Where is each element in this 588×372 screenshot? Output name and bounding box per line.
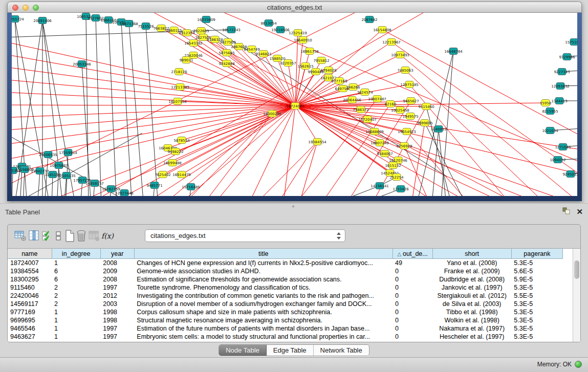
graph-node[interactable]: 18572243 bbox=[222, 27, 241, 33]
graph-node[interactable]: 8215955 bbox=[542, 108, 558, 115]
graph-node[interactable]: 19654923 bbox=[398, 128, 416, 135]
graph-node[interactable]: 9242848 bbox=[219, 60, 234, 67]
tab-network-table[interactable]: Network Table bbox=[314, 345, 369, 356]
column-header-pagerank[interactable]: pagerank bbox=[511, 249, 562, 259]
graph-node[interactable]: 10807487 bbox=[368, 96, 386, 102]
graph-node[interactable]: 18640910 bbox=[294, 37, 312, 43]
graph-node[interactable]: 1271045 bbox=[555, 144, 571, 150]
column-header-short[interactable]: short bbox=[432, 249, 511, 259]
graph-node[interactable]: 14055724 bbox=[12, 16, 24, 23]
graph-node[interactable]: 9465627 bbox=[403, 98, 419, 104]
svg-text:16033809: 16033809 bbox=[197, 18, 215, 22]
svg-text:12093832: 12093832 bbox=[551, 84, 570, 89]
close-panel-icon[interactable]: ✕ bbox=[576, 208, 583, 215]
table-scrollbar-thumb[interactable] bbox=[574, 260, 579, 279]
graph-node[interactable]: 12975185 bbox=[400, 81, 419, 88]
graph-node[interactable]: 7625402 bbox=[155, 171, 170, 178]
graph-node[interactable]: 3624574 bbox=[357, 89, 373, 96]
table-row[interactable]: 1830029562008Estimation of significance … bbox=[8, 275, 563, 283]
graph-node[interactable]: 1344413 bbox=[551, 98, 567, 104]
graph-node[interactable]: 5878534 bbox=[173, 137, 190, 144]
graph-node[interactable]: 2718176 bbox=[171, 69, 187, 75]
graph-node[interactable]: 20364456 bbox=[343, 97, 361, 103]
graph-node[interactable]: 8813054 bbox=[260, 20, 277, 27]
svg-text:15751074: 15751074 bbox=[565, 40, 577, 45]
node-attribute-table[interactable]: namein_degreeyeartitle△out_de...shortpag… bbox=[8, 249, 563, 341]
graph-node[interactable]: 9485771 bbox=[146, 182, 162, 189]
graph-node[interactable]: 9329966 bbox=[559, 54, 575, 60]
table-row[interactable]: 946362711997Embryonic stem cells: a mode… bbox=[8, 333, 563, 341]
graph-node[interactable]: 9699695 bbox=[417, 120, 432, 126]
graph-node[interactable]: 62160 bbox=[385, 101, 396, 107]
graph-node[interactable]: 20691406 bbox=[33, 17, 52, 24]
svg-text:20364456: 20364456 bbox=[343, 98, 361, 102]
graph-node[interactable]: 7515526 bbox=[138, 23, 154, 30]
graph-node[interactable]: 16914479 bbox=[172, 171, 191, 178]
graph-node[interactable]: 7955812 bbox=[313, 57, 329, 64]
graph-node[interactable]: 20053346 bbox=[73, 61, 91, 68]
table-header-row[interactable]: namein_degreeyeartitle△out_de...shortpag… bbox=[8, 249, 563, 259]
graph-node[interactable]: 9227343 bbox=[554, 69, 570, 75]
table-selector-dropdown[interactable]: citations_edges.txt bbox=[145, 229, 345, 242]
graph-node[interactable]: 12325419 bbox=[289, 30, 307, 36]
graph-node[interactable]: 7386372 bbox=[353, 106, 368, 113]
svg-text:1949575: 1949575 bbox=[402, 115, 418, 119]
column-header-name[interactable]: name bbox=[8, 249, 52, 259]
table-scrollbar[interactable] bbox=[573, 249, 580, 342]
float-panel-icon[interactable] bbox=[562, 207, 570, 216]
graph-node[interactable]: 7485063 bbox=[397, 67, 413, 74]
graph-node[interactable]: 19218506 bbox=[271, 27, 290, 33]
column-header-title[interactable]: title bbox=[134, 249, 393, 259]
graph-node[interactable]: 10688609 bbox=[365, 128, 384, 135]
graph-node[interactable]: 1640953 bbox=[430, 126, 446, 133]
svg-text:20691406: 20691406 bbox=[33, 19, 52, 23]
graph-node[interactable]: 2322605 bbox=[193, 28, 209, 34]
panel-resize-handle[interactable]: ▲ bbox=[290, 204, 296, 208]
delete-columns-icon[interactable] bbox=[75, 229, 88, 243]
graph-node[interactable]: 9245012 bbox=[562, 171, 577, 178]
svg-text:19384554: 19384554 bbox=[308, 140, 326, 144]
graph-node[interactable]: 1949575 bbox=[402, 113, 418, 120]
graph-node[interactable]: 17359914 bbox=[59, 149, 77, 156]
show-columns-icon[interactable] bbox=[28, 229, 41, 243]
graph-node[interactable]: 16033809 bbox=[197, 16, 215, 23]
tab-node-table[interactable]: Node Table bbox=[219, 345, 267, 356]
graph-node[interactable]: 16099488 bbox=[163, 160, 182, 166]
graph-node[interactable]: 16154808 bbox=[373, 27, 391, 33]
table-row[interactable]: 1872400712008Changes of HCN gene express… bbox=[8, 259, 563, 268]
graph-node[interactable]: 12093832 bbox=[551, 83, 570, 90]
window-titlebar[interactable]: citations_edges.txt bbox=[7, 2, 582, 13]
graph-node[interactable]: 20206535 bbox=[39, 151, 57, 158]
table-row[interactable]: 977716911998Corpus callosum shape and si… bbox=[8, 308, 563, 316]
graph-node[interactable]: 19384554 bbox=[308, 139, 326, 145]
citation-edge-red bbox=[140, 106, 295, 196]
network-canvas[interactable]: 1872400718300295193845547663822986012589… bbox=[12, 13, 577, 196]
column-header-out-de-[interactable]: △out_de... bbox=[393, 249, 432, 259]
graph-node[interactable]: 9756928 bbox=[396, 143, 412, 149]
column-header-in-degree[interactable]: in_degree bbox=[52, 249, 100, 259]
table-row[interactable]: 1938455462009Genome-wide association stu… bbox=[8, 267, 563, 275]
table-row[interactable]: 946554611997Estimation of the future num… bbox=[8, 324, 563, 333]
citation-edge-red bbox=[12, 13, 370, 187]
graph-node[interactable]: 15751074 bbox=[565, 39, 577, 46]
graph-node[interactable]: 1021034 bbox=[542, 127, 558, 134]
table-row[interactable]: 911546021997Tourette syndrome. Phenomeno… bbox=[8, 283, 563, 292]
graph-node[interactable]: 16648784 bbox=[444, 48, 463, 55]
graph-node[interactable]: 1562615 bbox=[297, 63, 313, 70]
table-row[interactable]: 969969511998Structural magnetic resonanc… bbox=[8, 316, 563, 324]
graph-node[interactable]: 15958 bbox=[540, 100, 551, 106]
tab-edge-table[interactable]: Edge Table bbox=[267, 345, 314, 356]
graph-node[interactable]: 5875685 bbox=[219, 50, 234, 56]
table-row[interactable]: 2242004622012Investigating the contribut… bbox=[8, 292, 563, 300]
table-settings-icon[interactable] bbox=[14, 229, 27, 243]
graph-node[interactable]: 2087682 bbox=[361, 16, 377, 23]
graph-node[interactable]: 12213967 bbox=[382, 39, 401, 46]
citation-edge-black bbox=[108, 20, 117, 196]
graph-node[interactable]: 12213383 bbox=[171, 84, 189, 91]
graph-node[interactable]: 1094052 bbox=[550, 157, 565, 163]
citation-network-graph[interactable]: 1872400718300295193845547663822986012589… bbox=[12, 13, 577, 196]
graph-node[interactable]: 16961758 bbox=[300, 48, 319, 55]
function-builder-icon[interactable]: f(x) bbox=[101, 229, 114, 243]
column-header-year[interactable]: year bbox=[100, 249, 134, 259]
table-row[interactable]: 1456911722003Disruption of a novel membe… bbox=[8, 300, 563, 308]
